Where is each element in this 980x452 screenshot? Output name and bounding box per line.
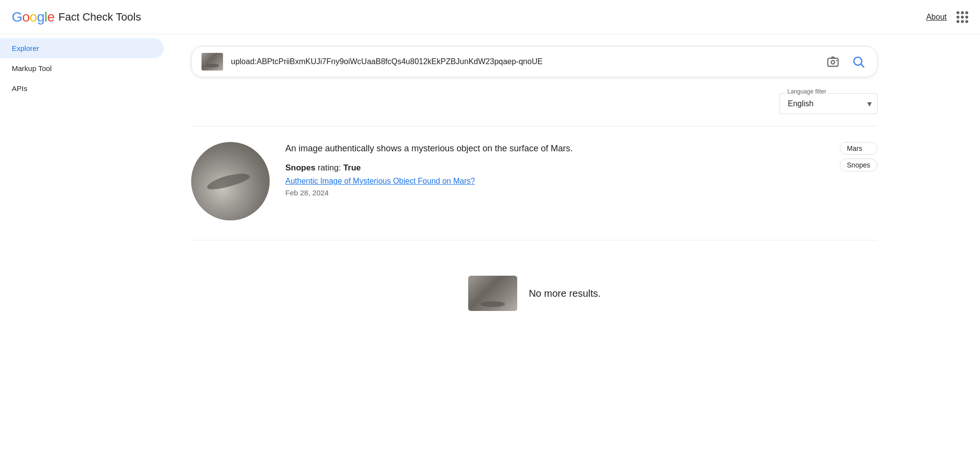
- grid-dot: [956, 11, 959, 14]
- header-actions: About: [926, 11, 968, 23]
- sidebar-item-explorer[interactable]: Explorer: [0, 38, 164, 58]
- grid-dot: [961, 20, 964, 23]
- svg-line-4: [861, 64, 864, 67]
- language-select[interactable]: English All languages Spanish French Ger…: [779, 93, 878, 114]
- search-image-thumbnail: [201, 53, 223, 71]
- image-upload-button[interactable]: [824, 53, 842, 71]
- language-filter: Language filter English All languages Sp…: [779, 93, 878, 114]
- grid-dot: [965, 16, 968, 19]
- thumbnail-spoon-shape: [205, 64, 219, 68]
- svg-point-1: [831, 61, 835, 64]
- result-rating: Snopes rating: True: [285, 163, 824, 173]
- main-layout: Explorer Markup Tool APIs upload:ABPtcPr…: [0, 34, 980, 452]
- result-image-inner: [191, 142, 270, 220]
- header: Google Fact Check Tools About: [0, 0, 980, 34]
- no-more-image: [468, 276, 517, 311]
- result-tag-snopes[interactable]: Snopes: [840, 159, 878, 171]
- search-query-text: upload:ABPtcPriiBxmKUJi7Fny9oiWcUaaB8fcQ…: [231, 57, 816, 66]
- grid-dot: [965, 11, 968, 14]
- logo-g: G: [12, 9, 22, 25]
- result-rating-source: Snopes: [285, 163, 315, 172]
- section-divider: [191, 126, 878, 126]
- result-tags: Mars Snopes: [840, 142, 878, 171]
- sidebar-item-explorer-label: Explorer: [12, 44, 39, 52]
- result-tag-mars[interactable]: Mars: [840, 142, 878, 155]
- svg-rect-0: [828, 58, 838, 66]
- results-end-divider: [191, 240, 878, 240]
- sidebar: Explorer Markup Tool APIs: [0, 34, 172, 452]
- search-thumbnail-image: [201, 53, 223, 71]
- result-rating-prefix: rating:: [318, 163, 343, 172]
- grid-dot: [965, 20, 968, 23]
- filter-row: Language filter English All languages Sp…: [191, 93, 878, 114]
- search-action-icons: [824, 53, 867, 71]
- result-article-link[interactable]: Authentic Image of Mysterious Object Fou…: [285, 177, 824, 186]
- search-bar: upload:ABPtcPriiBxmKUJi7Fny9oiWcUaaB8fcQ…: [191, 46, 878, 77]
- sidebar-item-apis[interactable]: APIs: [0, 78, 164, 98]
- logo-o1: o: [22, 9, 29, 25]
- sidebar-item-apis-label: APIs: [12, 84, 27, 93]
- no-more-image-inner: [468, 276, 517, 311]
- grid-dot: [961, 11, 964, 14]
- mars-spoon-shape: [205, 170, 251, 192]
- sidebar-item-markup-tool-label: Markup Tool: [12, 64, 51, 72]
- result-claim-text: An image authentically shows a mysteriou…: [285, 142, 824, 155]
- result-image: [191, 142, 270, 220]
- grid-dot: [956, 16, 959, 19]
- result-content: An image authentically shows a mysteriou…: [285, 142, 824, 197]
- search-icon: [852, 55, 865, 69]
- search-button[interactable]: [850, 53, 867, 71]
- app-title: Fact Check Tools: [58, 11, 141, 24]
- no-more-text: No more results.: [529, 288, 601, 299]
- logo-g2: g: [37, 9, 44, 25]
- result-rating-value: True: [343, 163, 361, 172]
- sidebar-item-markup-tool[interactable]: Markup Tool: [0, 58, 164, 78]
- main-content: upload:ABPtcPriiBxmKUJi7Fny9oiWcUaaB8fcQ…: [172, 34, 980, 452]
- header-logo-area: Google Fact Check Tools: [12, 9, 141, 25]
- no-more-spoon-shape: [480, 301, 505, 307]
- svg-point-3: [854, 57, 862, 65]
- no-more-results: No more results.: [191, 256, 878, 331]
- result-card: An image authentically shows a mysteriou…: [191, 142, 878, 236]
- grid-dot: [956, 20, 959, 23]
- language-filter-label: Language filter: [785, 88, 828, 95]
- grid-dot: [961, 16, 964, 19]
- logo-o2: o: [29, 9, 37, 25]
- apps-grid-button[interactable]: [956, 11, 968, 23]
- google-logo: Google: [12, 9, 54, 25]
- result-date: Feb 28, 2024: [285, 189, 328, 197]
- about-link[interactable]: About: [926, 13, 947, 22]
- image-upload-icon: [826, 55, 840, 69]
- logo-e: e: [47, 9, 54, 25]
